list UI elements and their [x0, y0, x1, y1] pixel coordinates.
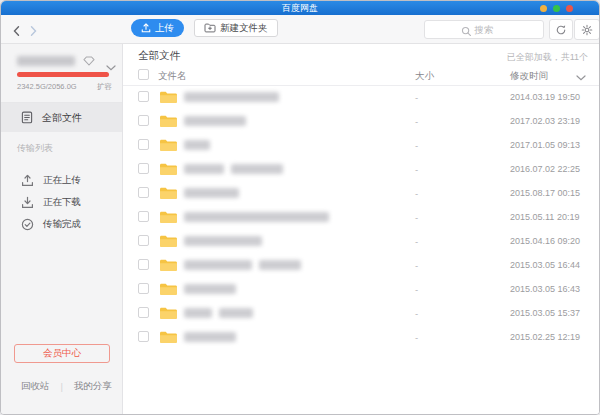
file-list-panel: 全部文件 已全部加载，共11个 文件名 大小 修改时间 - 2014.03.1	[123, 44, 599, 414]
forward-button[interactable]	[27, 23, 41, 37]
sidebar-item-downloading[interactable]: 正在下载	[1, 192, 122, 213]
back-button[interactable]	[11, 23, 25, 37]
select-all-checkbox[interactable]	[138, 69, 149, 80]
chevron-left-icon	[11, 25, 23, 37]
table-header: 文件名 大小 修改时间	[123, 66, 599, 86]
sidebar-item-label: 全部文件	[42, 111, 82, 125]
row-name-redacted	[184, 188, 239, 198]
row-name-redacted	[184, 284, 236, 294]
row-checkbox[interactable]	[138, 187, 149, 198]
new-folder-button[interactable]: 新建文件夹	[194, 19, 278, 37]
table-row[interactable]: - 2016.07.02 22:25	[123, 157, 599, 181]
row-checkbox[interactable]	[138, 91, 149, 102]
load-status: 已全部加载，共11个	[507, 51, 588, 64]
folder-icon	[159, 162, 177, 180]
file-list-header: 全部文件 已全部加载，共11个	[123, 44, 599, 66]
maximize-button[interactable]	[553, 5, 560, 12]
my-shares-link[interactable]: 我的分享	[74, 380, 112, 393]
sidebar-item-uploading[interactable]: 正在上传	[1, 170, 122, 191]
row-name-redacted	[184, 116, 246, 126]
folder-icon	[159, 330, 177, 348]
recycle-bin-link[interactable]: 回收站	[21, 380, 50, 393]
expand-storage-link[interactable]: 扩容	[97, 82, 112, 92]
user-account[interactable]	[17, 54, 114, 68]
storage-progress-bar	[17, 72, 109, 77]
row-size: -	[415, 236, 418, 247]
folder-icon	[159, 258, 177, 276]
upload-button[interactable]: 上传	[131, 19, 184, 37]
upload-button-label: 上传	[155, 22, 174, 35]
row-checkbox[interactable]	[138, 211, 149, 222]
column-header-mtime[interactable]: 修改时间	[510, 70, 548, 83]
settings-button[interactable]	[574, 19, 600, 40]
table-row[interactable]: - 2015.03.05 15:37	[123, 301, 599, 325]
row-checkbox[interactable]	[138, 163, 149, 174]
row-name-redacted	[184, 164, 283, 174]
row-name-redacted	[184, 92, 279, 102]
search-input[interactable]	[424, 20, 544, 39]
row-mtime: 2015.04.16 09:20	[510, 236, 580, 246]
column-header-name[interactable]: 文件名	[158, 70, 187, 83]
member-center-button[interactable]: 会员中心	[14, 344, 110, 363]
folder-icon	[159, 282, 177, 300]
row-mtime: 2015.05.11 20:19	[510, 212, 579, 222]
row-size: -	[415, 332, 418, 343]
table-row[interactable]: - 2014.03.19 19:50	[123, 85, 599, 109]
row-size: -	[415, 308, 418, 319]
row-mtime: 2016.07.02 22:25	[510, 164, 580, 174]
row-mtime: 2015.03.05 16:43	[510, 284, 580, 294]
new-folder-button-label: 新建文件夹	[220, 22, 268, 35]
row-checkbox[interactable]	[138, 235, 149, 246]
footer-divider: |	[61, 381, 63, 392]
row-mtime: 2015.03.05 15:37	[510, 308, 580, 318]
app-window: 百度网盘 上传 新建文件夹	[0, 0, 600, 415]
upload-tray-icon	[21, 174, 34, 187]
row-checkbox[interactable]	[138, 283, 149, 294]
row-checkbox[interactable]	[138, 307, 149, 318]
row-name-redacted	[184, 212, 329, 222]
table-row[interactable]: - 2017.02.03 23:19	[123, 109, 599, 133]
breadcrumb[interactable]: 全部文件	[138, 49, 180, 63]
row-name-redacted	[184, 260, 301, 270]
sidebar-item-all-files[interactable]: 全部文件	[1, 103, 122, 132]
folder-icon	[159, 234, 177, 252]
row-mtime: 2015.02.25 12:19	[510, 332, 580, 342]
row-size: -	[415, 260, 418, 271]
row-size: -	[415, 284, 418, 295]
row-size: -	[415, 92, 418, 103]
refresh-button[interactable]	[549, 19, 573, 40]
search-box	[424, 19, 544, 38]
folder-icon	[159, 306, 177, 324]
window-controls	[540, 5, 573, 12]
sidebar: 2342.5G/2056.0G 扩容 全部文件 传输列表 正在上传	[1, 44, 123, 414]
column-options-chevron-icon[interactable]	[576, 72, 586, 83]
table-row[interactable]: - 2015.02.25 12:19	[123, 325, 599, 349]
new-folder-icon	[204, 23, 216, 33]
table-row[interactable]: - 2015.05.11 20:19	[123, 205, 599, 229]
minimize-button[interactable]	[540, 5, 547, 12]
row-checkbox[interactable]	[138, 331, 149, 342]
row-size: -	[415, 212, 418, 223]
chevron-right-icon	[27, 25, 39, 37]
table-row[interactable]: - 2015.03.05 16:43	[123, 277, 599, 301]
window-title: 百度网盘	[282, 1, 318, 15]
row-size: -	[415, 116, 418, 127]
folder-icon	[159, 90, 177, 108]
row-checkbox[interactable]	[138, 115, 149, 126]
row-mtime: 2017.02.03 23:19	[510, 116, 580, 126]
row-checkbox[interactable]	[138, 139, 149, 150]
column-header-size[interactable]: 大小	[415, 70, 434, 83]
close-button[interactable]	[566, 5, 573, 12]
upload-icon	[141, 23, 151, 33]
row-checkbox[interactable]	[138, 259, 149, 270]
table-row[interactable]: - 2015.08.17 00:15	[123, 181, 599, 205]
row-size: -	[415, 188, 418, 199]
refresh-icon	[555, 24, 567, 36]
table-row[interactable]: - 2015.03.05 16:44	[123, 253, 599, 277]
row-mtime: 2015.08.17 00:15	[510, 188, 580, 198]
vip-badge-icon	[83, 56, 95, 66]
table-row[interactable]: - 2015.04.16 09:20	[123, 229, 599, 253]
row-size: -	[415, 164, 418, 175]
table-row[interactable]: - 2017.01.05 09:13	[123, 133, 599, 157]
sidebar-item-transfer-complete[interactable]: 传输完成	[1, 214, 122, 235]
